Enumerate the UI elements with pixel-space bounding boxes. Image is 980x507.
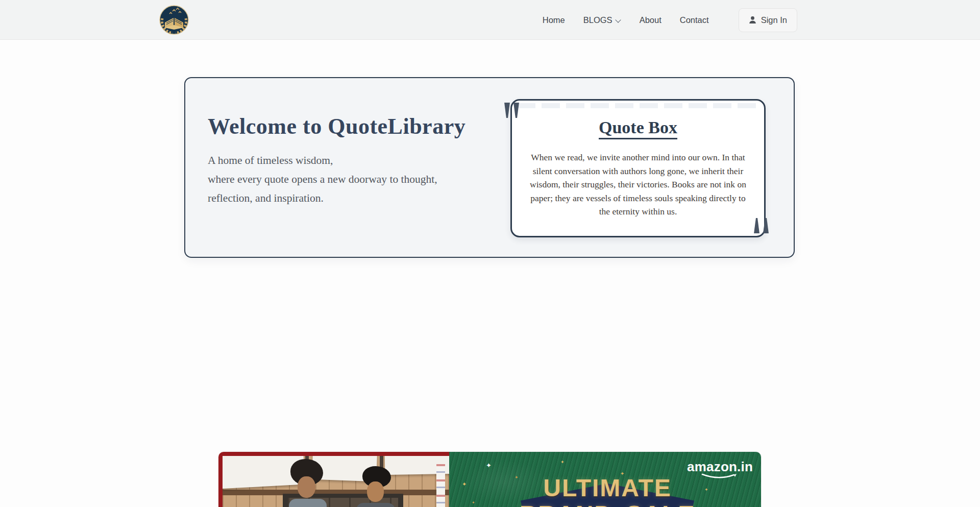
hero-intro: Welcome to QuoteLibrary A home of timele… xyxy=(208,112,494,211)
page-title: Welcome to QuoteLibrary xyxy=(208,112,494,141)
quote-box-pattern xyxy=(517,103,759,108)
sign-in-button[interactable]: Sign In xyxy=(739,8,797,32)
amazon-ad-banner[interactable]: ✦ ✦ ✦ ✦ ✦ ✦ ✦ amazon.in ULTIMATE BRAND S… xyxy=(218,452,761,507)
nav-about-label: About xyxy=(640,15,662,25)
quote-text: When we read, we invite another mind int… xyxy=(529,151,747,219)
sale-headline-line2: BRAND SALE xyxy=(467,501,748,507)
amazon-brand-label: amazon.in xyxy=(687,459,753,474)
tagline-line: A home of timeless wisdom, xyxy=(208,155,494,166)
nav-home-label: Home xyxy=(543,15,565,25)
nav-item-blogs[interactable]: BLOGS xyxy=(583,15,621,25)
quotelibrary-logo-icon[interactable] xyxy=(158,4,190,36)
tagline-line: where every quote opens a new doorway to… xyxy=(208,174,494,185)
sale-headline-line1: ULTIMATE xyxy=(467,475,748,501)
star-icon: ✦ xyxy=(486,462,492,469)
header: Home BLOGS About Contact Sign In xyxy=(0,0,980,40)
chevron-down-icon xyxy=(616,17,621,22)
hero-tagline: A home of timeless wisdom, where every q… xyxy=(208,155,494,204)
user-icon xyxy=(749,16,756,24)
close-quote-icon xyxy=(753,218,769,233)
sale-headline: ULTIMATE BRAND SALE xyxy=(467,475,748,507)
ad-photo-scene xyxy=(223,456,449,507)
page: Home BLOGS About Contact Sign In Wel xyxy=(0,0,980,507)
person-torso xyxy=(289,499,327,507)
nav-item-home[interactable]: Home xyxy=(543,15,565,25)
ad-photo-panel xyxy=(218,452,449,507)
main-nav: Home BLOGS About Contact Sign In xyxy=(543,8,797,32)
open-quote-icon xyxy=(504,103,520,118)
quote-box-card: Quote Box When we read, we invite anothe… xyxy=(510,99,766,237)
hero-section: Welcome to QuoteLibrary A home of timele… xyxy=(184,77,795,258)
nav-item-about[interactable]: About xyxy=(640,15,662,25)
sign-in-label: Sign In xyxy=(761,15,787,25)
person-face xyxy=(367,481,384,502)
person-face xyxy=(298,476,315,498)
person-torso xyxy=(356,503,395,507)
shop-poster xyxy=(436,464,445,507)
nav-item-contact[interactable]: Contact xyxy=(680,15,709,25)
header-inner: Home BLOGS About Contact Sign In xyxy=(158,0,797,40)
quote-box-title: Quote Box xyxy=(512,118,764,137)
ad-sale-panel: ✦ ✦ ✦ ✦ ✦ ✦ ✦ amazon.in ULTIMATE BRAND S… xyxy=(449,452,761,507)
nav-blogs-label: BLOGS xyxy=(583,15,612,25)
nav-contact-label: Contact xyxy=(680,15,709,25)
star-icon: ✦ xyxy=(560,460,565,465)
tagline-line: reflection, and inspiration. xyxy=(208,192,494,204)
star-icon: ✦ xyxy=(462,481,467,487)
